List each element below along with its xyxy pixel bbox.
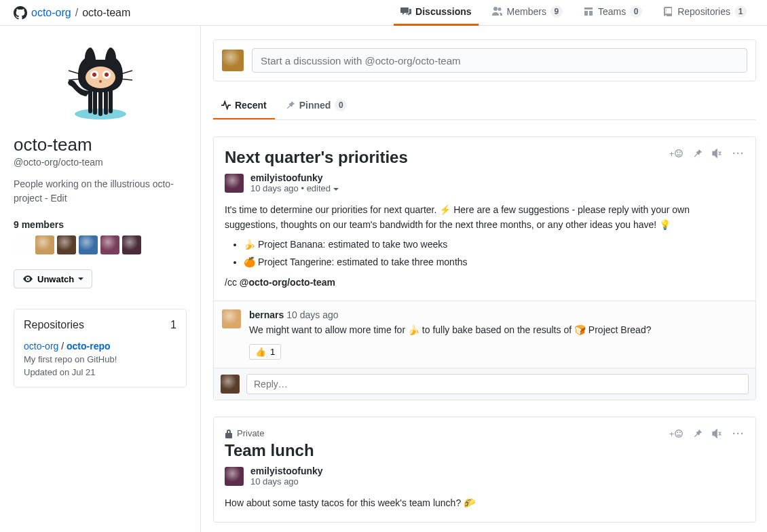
sidebar-repos-box: Repositories 1 octo-org / octo-repo My f… <box>14 309 187 387</box>
tab-repositories[interactable]: Repositories 1 <box>656 0 753 26</box>
post-list-item: 🍊 Project Tangerine: estimated to take t… <box>244 255 745 270</box>
tab-label: Pinned <box>299 100 331 111</box>
more-options-button[interactable]: ··· <box>732 148 745 159</box>
unwatch-label: Unwatch <box>37 274 74 284</box>
pin-button[interactable] <box>693 149 703 158</box>
svg-point-15 <box>677 432 678 433</box>
smiley-icon <box>674 429 684 438</box>
member-avatar-row <box>14 235 187 254</box>
add-reaction-button[interactable]: + <box>669 149 684 159</box>
octocat-avatar <box>56 46 145 121</box>
reply: bernars 10 days ago We might want to all… <box>213 301 756 368</box>
current-user-avatar[interactable] <box>222 50 244 71</box>
edited-indicator[interactable]: • edited <box>301 183 331 193</box>
discussion-post: Private Team lunch + ··· emilyistoofunky <box>213 417 756 522</box>
post-paragraph: How about some tasty tacos for this week… <box>225 496 745 511</box>
team-sidebar: octo-team @octo-org/octo-team People wor… <box>0 26 201 532</box>
pin-icon <box>286 100 295 110</box>
smiley-icon <box>674 149 684 158</box>
reaction-emoji: 👍 <box>255 347 266 357</box>
reaction-button[interactable]: 👍 1 <box>249 344 281 360</box>
repos-count: 1 <box>734 5 747 18</box>
repos-header: Repositories <box>24 319 84 331</box>
svg-point-12 <box>677 151 678 152</box>
lock-icon <box>225 429 233 438</box>
members-label: 9 members <box>14 219 187 230</box>
reply-author-avatar[interactable] <box>222 309 241 328</box>
post-timestamp: 10 days ago <box>250 183 299 193</box>
current-user-avatar[interactable] <box>221 375 240 394</box>
reaction-count: 1 <box>270 347 275 357</box>
svg-point-1 <box>86 66 115 88</box>
reply-timestamp: 10 days ago <box>286 309 338 320</box>
tab-pinned[interactable]: Pinned 0 <box>278 92 356 119</box>
member-avatar[interactable] <box>122 235 141 254</box>
repo-sep: / <box>58 341 67 352</box>
mute-button[interactable] <box>712 429 723 438</box>
cc-prefix: /cc <box>225 277 240 288</box>
svg-point-5 <box>105 73 109 77</box>
repo-icon <box>662 6 673 17</box>
member-avatar[interactable] <box>35 235 54 254</box>
breadcrumb-org[interactable]: octo-org <box>31 7 71 19</box>
post-timestamp: 10 days ago <box>250 476 323 487</box>
tab-teams[interactable]: Teams 0 <box>576 0 649 26</box>
reply-author[interactable]: bernars <box>249 309 284 320</box>
pin-button[interactable] <box>693 429 703 438</box>
tab-label: Repositories <box>677 6 730 17</box>
pinned-count: 0 <box>335 99 347 111</box>
teams-icon <box>583 6 594 17</box>
svg-point-16 <box>680 432 681 433</box>
eye-icon <box>22 273 33 284</box>
private-label: Private <box>237 428 264 438</box>
people-icon <box>492 6 503 17</box>
team-mention[interactable]: @octo-org/octo-team <box>240 277 335 288</box>
teams-count: 0 <box>630 5 642 18</box>
content: Recent Pinned 0 Next quarter's prioritie… <box>201 26 767 532</box>
new-discussion-input[interactable] <box>252 48 747 73</box>
repo-updated: Updated on Jul 21 <box>24 367 176 377</box>
author-username[interactable]: emilyistoofunky <box>250 172 339 183</box>
repos-count: 1 <box>170 319 176 331</box>
tab-recent[interactable]: Recent <box>213 92 275 119</box>
svg-point-14 <box>675 430 683 438</box>
repo-org-link[interactable]: octo-org <box>24 341 58 352</box>
member-avatar[interactable] <box>57 235 76 254</box>
add-reaction-button[interactable]: + <box>669 429 684 439</box>
svg-point-6 <box>99 80 102 83</box>
svg-point-13 <box>680 151 681 152</box>
post-title[interactable]: Team lunch <box>225 441 669 460</box>
tab-discussions[interactable]: Discussions <box>394 0 478 26</box>
new-discussion-box <box>213 39 756 81</box>
tab-label: Members <box>507 6 546 17</box>
pulse-icon <box>221 100 231 110</box>
member-avatar[interactable] <box>14 235 33 254</box>
repo-name-link[interactable]: octo-repo <box>67 341 111 352</box>
svg-point-11 <box>675 149 683 157</box>
member-avatar[interactable] <box>100 235 119 254</box>
post-title[interactable]: Next quarter's priorities <box>225 148 669 167</box>
repo-desc: My first repo on GitHub! <box>24 354 176 364</box>
reply-text: We might want to allow more time for 🍌 t… <box>249 323 747 337</box>
breadcrumb: octo-org / octo-team <box>14 6 130 20</box>
github-mark-icon <box>14 6 27 20</box>
post-paragraph: It's time to determine our priorities fo… <box>225 203 745 232</box>
unwatch-button[interactable]: Unwatch <box>14 269 92 288</box>
more-options-button[interactable]: ··· <box>732 428 745 439</box>
caret-down-icon <box>78 276 83 282</box>
post-list-item: 🍌 Project Banana: estimated to take two … <box>244 238 745 252</box>
reply-input[interactable] <box>246 374 749 394</box>
author-avatar[interactable] <box>225 174 244 193</box>
comment-discussion-icon <box>400 6 411 17</box>
mute-button[interactable] <box>712 149 723 158</box>
tab-members[interactable]: Members 9 <box>485 0 569 26</box>
caret-down-icon <box>333 187 339 192</box>
reply-compose <box>214 368 755 400</box>
author-username[interactable]: emilyistoofunky <box>250 466 323 476</box>
tab-label: Discussions <box>415 6 471 17</box>
breadcrumb-team: octo-team <box>82 7 130 19</box>
team-description: People working on the illustrious octo-p… <box>14 177 187 206</box>
author-avatar[interactable] <box>225 467 244 486</box>
members-count: 9 <box>550 5 563 18</box>
member-avatar[interactable] <box>79 235 98 254</box>
